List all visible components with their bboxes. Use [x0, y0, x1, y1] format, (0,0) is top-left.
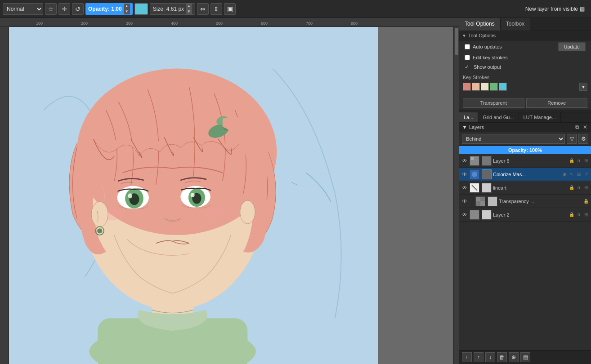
tool-btn-3[interactable]: ↺: [72, 3, 84, 15]
mirror-v-btn[interactable]: ⇕: [210, 3, 222, 15]
layer-new-btn[interactable]: +: [462, 352, 472, 362]
show-output-checkmark: ✓: [465, 64, 469, 70]
colorize-visibility[interactable]: 👁: [461, 171, 468, 178]
layer-merge-btn[interactable]: ⊕: [509, 352, 519, 362]
new-layer-label: New layer from visible: [525, 6, 578, 12]
layer2-name: Layer 2: [493, 212, 567, 218]
key-strokes-label: Key Strokes: [463, 75, 587, 80]
main-area: 100 200 300 400 500 600 700 800: [0, 18, 591, 364]
color-swatches-row: ▼: [463, 83, 587, 91]
colorize-icons: ◉ ↖ ⊞ ↺: [561, 172, 589, 177]
remove-button[interactable]: Remove: [526, 98, 588, 108]
layer-mode-select[interactable]: Behind Normal Multiply Screen: [462, 134, 565, 144]
vertical-scrollbar[interactable]: [453, 27, 459, 364]
canvas-content[interactable]: [9, 27, 453, 364]
layer2-thumb2: [482, 210, 492, 220]
color-swatch-5[interactable]: [499, 83, 507, 91]
layer6-visibility[interactable]: 👁: [461, 157, 468, 164]
edit-key-strokes-checkbox[interactable]: [465, 55, 470, 60]
ruler-mark-400: 400: [171, 21, 178, 26]
svg-rect-38: [482, 210, 491, 219]
layers-title: Layers: [469, 124, 573, 130]
tool-options-header: ▼ Tool Options: [459, 31, 591, 40]
layer-group-btn[interactable]: ▤: [520, 352, 530, 362]
settings-btn[interactable]: ⚙: [578, 134, 588, 144]
layers-arrow: ▼: [462, 124, 467, 130]
transparency-spacer1: [470, 196, 474, 206]
right-panel: Tool Options Toolbox ▼ Tool Options Auto…: [459, 18, 591, 364]
layer-row-layer6[interactable]: 👁 Layer 6 🔒 α ⊞: [459, 154, 591, 168]
opacity-stepper[interactable]: ▲ ▼: [124, 4, 130, 14]
transparent-button[interactable]: Transparent: [463, 98, 524, 108]
layer-delete-btn[interactable]: 🗑: [497, 352, 507, 362]
svg-rect-26: [482, 156, 491, 165]
tab-layers[interactable]: La...: [459, 112, 478, 122]
color-swatch-4[interactable]: [490, 83, 498, 91]
tool-btn-1[interactable]: ☆: [45, 3, 57, 15]
layer-row-transparency[interactable]: 👁 Transparency ... 🔒: [459, 195, 591, 208]
update-button[interactable]: Update: [558, 42, 586, 51]
edit-key-strokes-label: Edit key strokes: [473, 55, 508, 60]
layers-header: ▼ Layers ⧉ ✕: [459, 123, 591, 132]
layers-duplicate-btn[interactable]: ⧉: [574, 124, 580, 130]
size-stepper[interactable]: ▲ ▼: [186, 4, 192, 14]
ruler-mark-700: 700: [306, 21, 313, 26]
colorize-name: Colorize Mas...: [493, 172, 560, 177]
layers-panel: ▼ Layers ⧉ ✕ Behind Normal Multiply Scre…: [459, 123, 591, 364]
ruler-mark-200: 200: [81, 21, 88, 26]
canvas-wrapper: 100 200 300 400 500 600 700 800: [0, 18, 459, 364]
tool-mode-select[interactable]: Normal Behind Multiply Screen: [3, 3, 43, 15]
ruler-mark-500: 500: [216, 21, 223, 26]
color-swatch-3[interactable]: [481, 83, 489, 91]
illustration-svg: [9, 27, 378, 364]
tool-option-btn[interactable]: ▣: [224, 3, 236, 15]
layer-up-btn[interactable]: ↑: [474, 352, 484, 362]
size-up[interactable]: ▲: [186, 4, 192, 9]
auto-updates-label: Auto updates: [473, 44, 502, 49]
lineart-visibility[interactable]: 👁: [461, 184, 468, 191]
show-output-row: ✓ Show output: [459, 62, 591, 72]
layer-row-colorize[interactable]: 👁 Colorize Mas... ◉ ↖ ⊞ ↺: [459, 168, 591, 181]
layer-row-layer2[interactable]: 👁 Layer 2 🔒 α ⊞: [459, 208, 591, 222]
color-swatch-2[interactable]: [472, 83, 480, 91]
opacity-display: Opacity: 1.00 ▲ ▼: [85, 3, 133, 15]
tab-tool-options[interactable]: Tool Options: [459, 18, 501, 31]
svg-rect-32: [482, 183, 491, 192]
colorize-thumb1: [470, 169, 479, 179]
opacity-down[interactable]: ▼: [124, 9, 130, 14]
size-down[interactable]: ▼: [186, 9, 192, 14]
color-swatch-1[interactable]: [463, 83, 471, 91]
size-display: Size: 4.61 px ▲ ▼: [150, 3, 195, 15]
canvas-area[interactable]: [0, 27, 459, 364]
transparency-visibility[interactable]: 👁: [461, 198, 468, 205]
layer2-visibility[interactable]: 👁: [461, 211, 468, 218]
layer2-icons: 🔒 α ⊞: [569, 212, 589, 217]
svg-point-16: [191, 193, 195, 197]
color-expand-btn[interactable]: ▼: [579, 83, 587, 91]
scrollbar-thumb[interactable]: [455, 28, 458, 55]
tab-toolbox[interactable]: Toolbox: [501, 18, 530, 31]
new-layer-btn[interactable]: New layer from visible ▤: [522, 3, 588, 15]
tab-grid-guides[interactable]: Grid and Gu...: [478, 112, 519, 122]
layers-list: 👁 Layer 6 🔒 α ⊞ 👁: [459, 154, 591, 350]
layers-opacity-bar[interactable]: Opacity: 100%: [459, 146, 591, 154]
layer2-alpha: α: [576, 212, 582, 217]
colorize-circle: ◉: [561, 172, 568, 177]
tab-lut-manager[interactable]: LUT Manage...: [519, 112, 561, 122]
opacity-up[interactable]: ▲: [124, 4, 130, 9]
lineart-thumb2: [482, 183, 492, 193]
ruler-mark-800: 800: [351, 21, 358, 26]
transparency-icons: 🔒: [583, 199, 589, 204]
auto-updates-checkbox[interactable]: [465, 44, 470, 49]
tool-btn-2[interactable]: ✛: [58, 3, 70, 15]
tool-options-arrow: ▼: [462, 33, 466, 38]
edit-key-strokes-row: Edit key strokes: [459, 53, 591, 62]
layer6-thumb2: [482, 156, 492, 166]
colorize-tool2: ⊞: [576, 172, 582, 177]
mirror-h-btn[interactable]: ⇔: [197, 3, 209, 15]
key-strokes-section: Key Strokes ▼: [459, 72, 591, 96]
layer-down-btn[interactable]: ↓: [485, 352, 495, 362]
layer-row-lineart[interactable]: 👁 lineart 🔒 α ⊞: [459, 181, 591, 195]
layers-close-btn[interactable]: ✕: [582, 124, 588, 130]
filter-btn[interactable]: ▽: [567, 134, 577, 144]
